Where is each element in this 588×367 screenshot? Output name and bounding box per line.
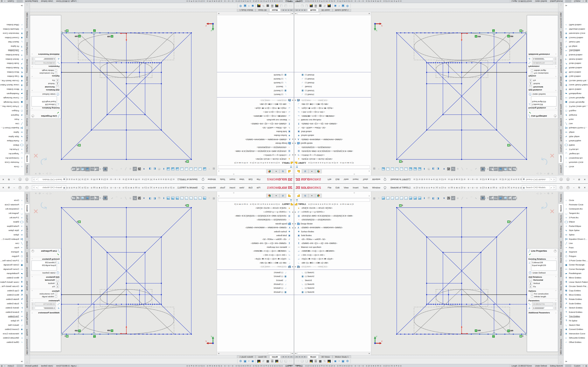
wrap-icon[interactable]: ⧠ bbox=[427, 196, 431, 200]
gear-icon[interactable]: ⚙ bbox=[239, 4, 242, 8]
tab-weldments[interactable]: Weldments bbox=[559, 88, 563, 102]
tool-stretch-entities[interactable]: ⊢Stretch Entities bbox=[0, 57, 24, 61]
sheets-icon[interactable]: ❏ bbox=[305, 4, 308, 8]
relation-badge-onedge[interactable]: ▨ 3 bbox=[185, 204, 189, 207]
tree-row-annotations[interactable]: ▶A○Ƨ5ͶͶʘ∘✣Ɐ✣ʘͶͶⱯ○∘○ⱯͶͶʘ✣Ɐ✣∘ʘͶͶ5Ƨ○ bbox=[217, 226, 294, 229]
tree-row[interactable]: ▶↺○⋏ʘ✣Ƨ5∘ƺ○∘○ƺ∘5Ƨ✣ʘ⋏○ bbox=[294, 210, 371, 214]
expand-arrow-icon[interactable]: ▶ bbox=[295, 211, 297, 213]
tree-row-sketch2[interactable]: ▦(-) Sketch2 bbox=[217, 89, 294, 93]
units-globe-icon[interactable]: ◍ bbox=[585, 365, 587, 367]
tool-point[interactable]: ▪Point bbox=[564, 246, 588, 250]
smart-dimension-icon[interactable]: ⊘ bbox=[456, 167, 460, 171]
tree-row-sketch5[interactable]: ∟(-) Sketch5 bbox=[294, 282, 371, 286]
endpoint-handle[interactable] bbox=[493, 333, 495, 334]
view-settings-icon[interactable]: ✥ bbox=[481, 167, 485, 171]
checkbox-icon[interactable] bbox=[55, 69, 57, 71]
tree-filter-input[interactable] bbox=[218, 198, 293, 201]
menu-view[interactable]: View bbox=[237, 178, 246, 182]
tree-horizontal-scrollbar[interactable]: ◀ ▶ bbox=[294, 352, 371, 355]
child-close-icon[interactable]: ✕ bbox=[35, 192, 37, 195]
tree-row-sketch4[interactable]: ∟(-) Sketch4 bbox=[217, 77, 294, 81]
tool-parallelogram[interactable]: ▰Parallelogram bbox=[564, 92, 588, 96]
tool-ellipse[interactable]: ◯Ellipse bbox=[0, 143, 24, 147]
add-relation-fix[interactable]: ⚓Fix bbox=[529, 285, 556, 288]
close-button[interactable]: ✕ bbox=[584, 178, 586, 181]
option-infinite-length[interactable]: Infinite length bbox=[531, 296, 556, 298]
child-restore-icon[interactable]: ⧉ bbox=[548, 172, 549, 175]
smart-dimension-icon[interactable]: ⊘ bbox=[128, 196, 132, 200]
grid-visibility-icon[interactable]: ⌗ bbox=[98, 196, 102, 200]
gear-icon[interactable]: ⚙ bbox=[239, 359, 242, 363]
status-custom-dropdown[interactable]: Custom ▴ bbox=[572, 365, 585, 367]
tab-propertymanager[interactable]: ⧉ bbox=[302, 194, 309, 198]
hole-wizard-icon[interactable]: ⬇ bbox=[162, 167, 166, 171]
status-custom-dropdown[interactable]: Custom ▴ bbox=[3, 0, 16, 2]
hide-show-items-icon[interactable] bbox=[491, 196, 495, 200]
appearance-sphere-icon[interactable] bbox=[80, 167, 85, 171]
length-input[interactable]: 10.88152731 bbox=[532, 302, 553, 306]
panel-help-icon[interactable]: ? bbox=[554, 115, 556, 117]
snapshot-check-icon[interactable]: ◙ bbox=[252, 359, 254, 363]
tab-features[interactable]: Features bbox=[25, 164, 29, 175]
next-doc-icon[interactable]: ▷ bbox=[46, 172, 48, 175]
relations-listbox[interactable]: Collinear108 Equal length109 bbox=[531, 261, 556, 271]
tree-root-row[interactable]: TЯPDL2. ◎ Ƹ3 ◎ Ш ◎ ◎ ◎ ✣ ◎ ƆϹ ◎ Ƹ3 ◎ · ◎… bbox=[217, 202, 294, 206]
tool-3-point-center-rectangle[interactable]: ◇3 Point Center Recta... bbox=[564, 104, 588, 109]
extruded-boss-icon[interactable] bbox=[203, 197, 206, 200]
restore-button[interactable]: ⧉ bbox=[8, 186, 10, 189]
headsup-dropdown-icon[interactable]: ▾ bbox=[496, 196, 498, 200]
tree-expand-chevron-icon[interactable]: › bbox=[218, 194, 219, 197]
tool-style-spline[interactable]: ∿Style Spline bbox=[0, 134, 24, 139]
collapse-icon[interactable]: ⌃ bbox=[555, 89, 556, 91]
tab-displaymanager[interactable] bbox=[266, 194, 273, 198]
tab-sheet-metal[interactable]: Sheet Metal bbox=[559, 102, 563, 117]
tool-mirror-entities[interactable]: ‖Mirror Entities bbox=[0, 275, 24, 280]
tab-mesh-modeling[interactable]: Mesh Modeling bbox=[559, 293, 563, 309]
tree-row-front-plane[interactable]: ▱○✣ͶͶʘ✽+○✳⊙∥○∘○∥⊙✳○+✽ʘͶͶ✣○ bbox=[294, 114, 371, 118]
tool-trim-entities[interactable]: ✂Trim Entities bbox=[0, 314, 24, 319]
tool-centerpoint-arc[interactable]: ⌢Centerpoint Arc bbox=[0, 207, 24, 211]
tool-parallelogram[interactable]: ▰Parallelogram bbox=[0, 271, 24, 275]
tab-weldments[interactable]: Weldments bbox=[25, 265, 29, 279]
revolved-boss-icon[interactable] bbox=[199, 197, 202, 200]
clock-check-icon[interactable]: ◔ bbox=[338, 359, 340, 363]
smart-dimension-icon[interactable]: ⊘ bbox=[456, 196, 460, 200]
menu-file[interactable]: File bbox=[255, 186, 262, 190]
snapshot-check-icon[interactable]: ◙ bbox=[252, 4, 254, 8]
tree-row-surface-bodies[interactable]: ❖Surface Bodies bbox=[294, 133, 371, 137]
close-button[interactable]: ✕ bbox=[2, 178, 4, 181]
tab-data-migration[interactable]: Data Migration bbox=[25, 310, 29, 327]
tab-featuremanager[interactable] bbox=[286, 194, 293, 198]
tab-data-migration[interactable]: Data Migration bbox=[25, 40, 29, 57]
swept-boss-icon[interactable] bbox=[194, 167, 197, 170]
view-orientation-icon[interactable] bbox=[508, 167, 513, 171]
last-tab-icon[interactable]: ▶❘ bbox=[304, 9, 307, 11]
swept-cut-icon[interactable] bbox=[171, 167, 174, 170]
tab-configurationmanager[interactable]: ⌖ bbox=[273, 194, 279, 198]
extruded-boss-icon[interactable] bbox=[382, 167, 385, 170]
tool-offset-entities[interactable]: ⌐Offset Entities bbox=[0, 23, 24, 27]
relation-item-equal-length[interactable]: Equal length109 bbox=[532, 100, 556, 103]
angle-spinner[interactable]: ▲▼ bbox=[32, 306, 34, 310]
tool-perimeter-circle[interactable]: ◌Perimeter Circle bbox=[564, 160, 588, 165]
lofted-cut-icon[interactable] bbox=[167, 197, 170, 200]
first-tab-icon[interactable]: ❘◀ bbox=[291, 9, 294, 11]
status-custom-dropdown[interactable]: Custom ▴ bbox=[3, 365, 16, 367]
tool-trim-entities[interactable]: ✂Trim Entities bbox=[564, 314, 588, 319]
scene-cube-icon[interactable] bbox=[513, 167, 518, 171]
tree-row[interactable]: ★○Ƨ53Ƹ✣∘ʘ⅄ΛΦ○∘○ΦΛ⅄ʘ∘✣Ƹ35Ƨ○ bbox=[294, 206, 371, 210]
tool-perimeter-circle[interactable]: ◌Perimeter Circle bbox=[564, 202, 588, 207]
confirmation-corner-cancel-icon[interactable]: ✕ bbox=[33, 152, 39, 159]
exit-sketch-icon[interactable]: ⤾ bbox=[133, 196, 137, 200]
option-for-construction[interactable]: For construction bbox=[32, 293, 57, 295]
tree-row[interactable]: ★○Ƨ53Ƹ✣∘ʘ⅄ΛΦ○∘○ΦΛ⅄ʘ∘✣Ƹ35Ƨ○ bbox=[217, 157, 294, 161]
tree-row-equations[interactable]: Σ○Ƨ5ͶͶʘ∘✣Ɐ∩ᵘƸ3○∘○3Ƹᵘ∩Ɐ✣∘ʘͶͶ5Ƨ○ bbox=[294, 241, 371, 245]
scene-cube-icon[interactable] bbox=[70, 196, 75, 200]
view-orientation-icon[interactable] bbox=[75, 167, 80, 171]
rollback-bar[interactable] bbox=[217, 97, 294, 98]
graphics-viewport[interactable]: y x ▤ ▾ bbox=[30, 12, 217, 175]
tool-silhouette-entities[interactable]: ◐Silhouette Entities bbox=[0, 336, 24, 340]
tool-linear-sketch-pattern[interactable]: ⠿Linear Sketch Pattern bbox=[0, 280, 24, 284]
tool-segment[interactable]: #Segment bbox=[0, 113, 24, 117]
minimize-button[interactable]: – bbox=[13, 186, 15, 189]
